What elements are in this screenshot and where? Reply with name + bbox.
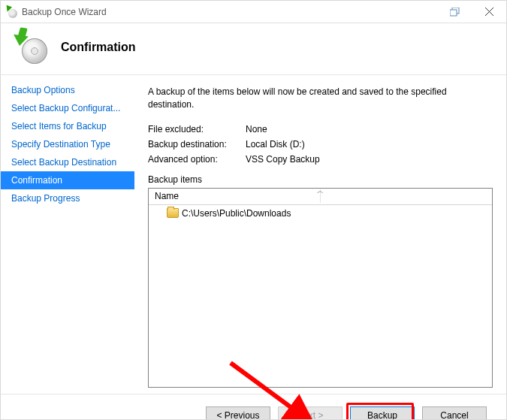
- summary-label: Advanced option:: [148, 152, 246, 167]
- sidebar-item-select-config[interactable]: Select Backup Configurat...: [1, 99, 134, 117]
- summary-value: None: [246, 122, 493, 137]
- sidebar-item-select-destination[interactable]: Select Backup Destination: [1, 153, 134, 171]
- sidebar-item-destination-type[interactable]: Specify Destination Type: [1, 135, 134, 153]
- summary-label: Backup destination:: [148, 137, 246, 152]
- wizard-steps-sidebar: Backup Options Select Backup Configurat.…: [1, 75, 134, 394]
- wizard-footer: < Previous Next > Backup Cancel: [1, 394, 506, 420]
- sidebar-item-select-items[interactable]: Select Items for Backup: [1, 117, 134, 135]
- previous-button[interactable]: < Previous: [206, 406, 270, 420]
- summary-row-file-excluded: File excluded: None: [148, 122, 493, 137]
- backup-button[interactable]: Backup: [350, 406, 415, 420]
- summary-value: Local Disk (D:): [246, 137, 493, 152]
- title-bar: Backup Once Wizard: [1, 1, 506, 23]
- wizard-body: Backup Options Select Backup Configurat.…: [1, 75, 506, 394]
- folder-icon: [167, 208, 179, 218]
- main-pane: A backup of the items below will now be …: [134, 75, 506, 394]
- next-button: Next >: [278, 406, 343, 420]
- summary-value: VSS Copy Backup: [246, 152, 493, 167]
- sort-indicator-icon: ︿: [317, 186, 324, 196]
- app-icon: [5, 6, 17, 18]
- wizard-header: Confirmation: [1, 23, 506, 75]
- summary-label: File excluded:: [148, 122, 246, 137]
- svg-rect-1: [450, 10, 457, 16]
- backup-items-listview[interactable]: Name ︿ C:\Users\Public\Downloads: [148, 188, 493, 388]
- sidebar-item-confirmation[interactable]: Confirmation: [1, 171, 134, 189]
- sidebar-item-backup-options[interactable]: Backup Options: [1, 81, 134, 99]
- cancel-button[interactable]: Cancel: [422, 406, 487, 420]
- wizard-icon: [14, 31, 47, 64]
- restore-window-button[interactable]: [438, 1, 472, 23]
- page-title: Confirmation: [61, 41, 136, 54]
- intro-text: A backup of the items below will now be …: [148, 86, 493, 111]
- listview-column-name[interactable]: Name ︿: [149, 189, 321, 203]
- summary-row-backup-destination: Backup destination: Local Disk (D:): [148, 137, 493, 152]
- summary-table: File excluded: None Backup destination: …: [148, 122, 493, 167]
- listview-column-name-label: Name: [155, 191, 179, 201]
- window-title: Backup Once Wizard: [22, 7, 438, 17]
- close-window-button[interactable]: [472, 1, 506, 23]
- listview-body: C:\Users\Public\Downloads: [149, 205, 492, 387]
- summary-row-advanced-option: Advanced option: VSS Copy Backup: [148, 152, 493, 167]
- listview-header[interactable]: Name ︿: [149, 189, 492, 205]
- sidebar-item-backup-progress[interactable]: Backup Progress: [1, 189, 134, 207]
- list-item-path: C:\Users\Public\Downloads: [182, 208, 291, 219]
- list-item[interactable]: C:\Users\Public\Downloads: [149, 207, 492, 220]
- backup-items-label: Backup items: [148, 174, 493, 185]
